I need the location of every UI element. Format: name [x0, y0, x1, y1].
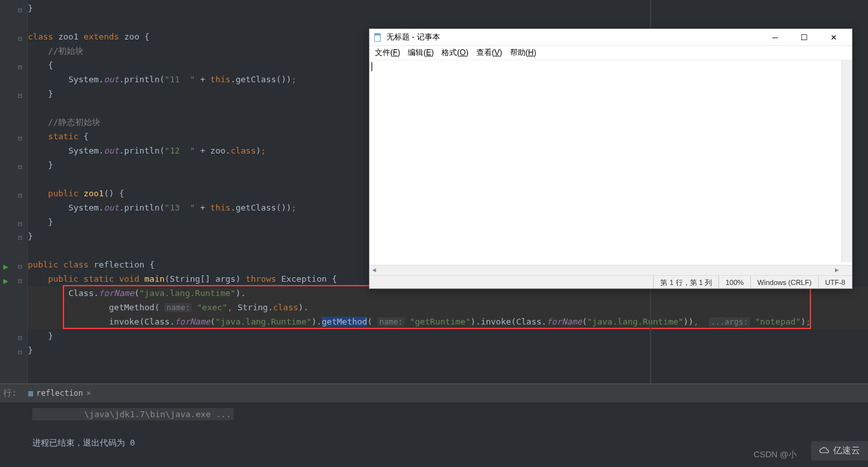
fold-icon[interactable]: ⊟ — [18, 134, 26, 142]
run-config-icon: ▦ — [28, 389, 33, 398]
fold-icon[interactable]: ⊟ — [18, 6, 26, 14]
notepad-title: 无标题 - 记事本 — [386, 32, 761, 43]
console-line: 进程已结束，退出代码为 0 — [32, 436, 836, 450]
watermark-yisu: 亿速云 — [811, 441, 868, 461]
maximize-button[interactable]: ☐ — [790, 29, 819, 46]
fold-icon[interactable]: ⊟ — [18, 334, 26, 341]
editor-gutter: ▶ ▶ ⊟ ⊟ ⊟ ⊟ ⊟ ⊟ ⊟ ⊟ ⊟ ⊟ ⊟ ⊟ ⊟ — [0, 0, 28, 383]
fold-icon[interactable]: ⊟ — [18, 220, 26, 227]
fold-icon[interactable]: ⊟ — [18, 34, 26, 42]
code-line: getMethod( name: "exec", String.class). — [28, 301, 868, 315]
code-line: invoke(Class.forName("java.lang.Runtime"… — [28, 315, 868, 329]
console-output[interactable]: \java\jdk1.7\bin\java.exe ... 进程已结束，退出代码… — [0, 402, 868, 455]
notepad-menubar: 文件(F) 编辑(E) 格式(O) 查看(V) 帮助(H) — [370, 46, 852, 60]
tool-tab-bar: 行: ▦ reflection × — [0, 384, 868, 402]
code-line: } — [28, 343, 868, 358]
fold-icon[interactable]: ⊟ — [18, 262, 26, 270]
status-eol: Windows (CRLF) — [750, 276, 818, 288]
fold-icon[interactable]: ⊟ — [18, 348, 26, 356]
notepad-window[interactable]: 无标题 - 记事本 ─ ☐ ✕ 文件(F) 编辑(E) 格式(O) 查看(V) … — [369, 28, 852, 289]
status-zoom: 100% — [718, 276, 750, 288]
close-icon[interactable]: × — [86, 389, 91, 398]
horizontal-scrollbar[interactable] — [370, 265, 852, 275]
minimize-button[interactable]: ─ — [761, 29, 790, 46]
run-tab[interactable]: ▦ reflection × — [23, 386, 96, 400]
code-line: } — [28, 1, 868, 16]
fold-icon[interactable]: ⊟ — [18, 191, 26, 199]
menu-help[interactable]: 帮助(H) — [506, 46, 540, 60]
text-cursor — [372, 62, 372, 71]
close-button[interactable]: ✕ — [819, 29, 848, 46]
notepad-titlebar[interactable]: 无标题 - 记事本 ─ ☐ ✕ — [370, 29, 852, 46]
status-encoding: UTF-8 — [818, 276, 852, 288]
menu-view[interactable]: 查看(V) — [473, 46, 506, 60]
fold-icon[interactable]: ⊟ — [18, 163, 26, 170]
run-icon[interactable]: ▶ — [3, 262, 11, 269]
cloud-icon — [819, 446, 830, 455]
menu-edit[interactable]: 编辑(E) — [404, 46, 438, 60]
run-tab-label: reflection — [36, 389, 83, 398]
fold-icon[interactable]: ⊟ — [18, 277, 26, 284]
run-icon[interactable]: ▶ — [3, 276, 11, 284]
code-line: } — [28, 329, 868, 343]
watermark-csdn: CSDN @小 — [753, 449, 797, 461]
notepad-textarea[interactable] — [370, 60, 841, 262]
svg-rect-1 — [375, 33, 381, 35]
vertical-scrollbar[interactable] — [841, 60, 852, 262]
notepad-statusbar: 第 1 行，第 1 列 100% Windows (CRLF) UTF-8 — [370, 275, 852, 288]
menu-file[interactable]: 文件(F) — [371, 46, 404, 60]
fold-icon[interactable]: ⊟ — [18, 63, 26, 71]
menu-format[interactable]: 格式(O) — [438, 46, 472, 60]
tab-prefix: 行: — [3, 387, 17, 399]
fold-icon[interactable]: ⊟ — [18, 91, 26, 99]
run-tool-window: 行: ▦ reflection × ↑ ↓ ⇄ ⤓ \java\jdk1.7\b… — [0, 383, 868, 467]
console-line: \java\jdk1.7\bin\java.exe ... — [32, 407, 836, 422]
notepad-icon — [373, 33, 383, 42]
status-position: 第 1 行，第 1 列 — [653, 276, 718, 288]
fold-icon[interactable]: ⊟ — [18, 233, 26, 241]
